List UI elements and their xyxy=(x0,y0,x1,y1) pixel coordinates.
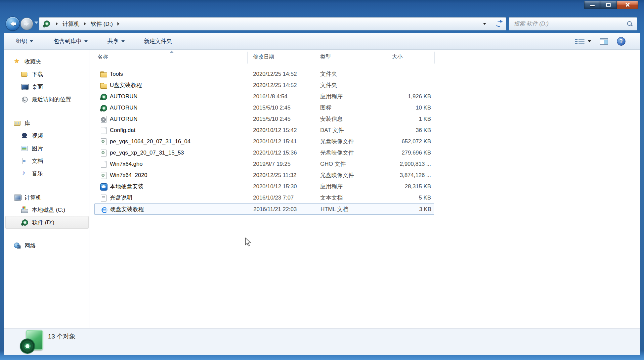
sidebar-item-desktop[interactable]: 桌面 xyxy=(5,80,89,93)
include-in-library-label: 包含到库中 xyxy=(54,37,82,45)
breadcrumb-item-drive-d[interactable]: 软件 (D:) xyxy=(90,19,113,29)
refresh-icon[interactable] xyxy=(495,20,502,27)
file-size: 279,696 KB xyxy=(381,147,431,158)
command-toolbar: 组织 包含到库中 共享 新建文件夹 xyxy=(4,33,640,50)
address-bar[interactable]: 计算机 软件 (D:) xyxy=(39,17,506,30)
column-header-name[interactable]: 名称 xyxy=(98,54,108,61)
sidebar-group-favorites[interactable]: 收藏夹 xyxy=(5,55,89,68)
file-row-disc-readme[interactable]: 光盘说明 2016/10/23 7:07 文本文档 5 KB xyxy=(94,192,434,203)
explorer-window: 计算机 软件 (D:) 组织 包含到库中 共享 新建文件夹 xyxy=(0,0,644,360)
search-icon[interactable] xyxy=(627,21,633,27)
sidebar-item-music[interactable]: 音乐 xyxy=(5,167,89,180)
network-icon xyxy=(14,242,21,249)
column-header-size[interactable]: 大小 xyxy=(392,54,403,61)
file-size: 3,874,126 ... xyxy=(381,170,431,181)
library-icon xyxy=(14,120,21,126)
file-type: 安装信息 xyxy=(320,113,343,125)
sidebar-item-recent-places[interactable]: 最近访问的位置 xyxy=(5,93,89,106)
column-divider[interactable] xyxy=(434,52,435,64)
file-date: 2020/12/25 14:52 xyxy=(253,80,297,91)
search-input[interactable] xyxy=(509,18,637,30)
file-row-pe-yqs-1064[interactable]: pe_yqs_1064_20_07_31_16_04 2020/10/12 15… xyxy=(94,136,434,147)
sidebar-group-libraries[interactable]: 库 xyxy=(5,117,89,129)
sidebar-group-network[interactable]: 网络 xyxy=(5,239,89,252)
sidebar-group-computer[interactable]: 计算机 xyxy=(5,191,89,204)
sidebar-item-drive-c[interactable]: 本地磁盘 (C:) xyxy=(5,203,89,216)
file-date: 2020/10/12 15:41 xyxy=(253,136,297,147)
chevron-down-icon xyxy=(84,40,88,42)
sidebar-group-label: 收藏夹 xyxy=(24,58,41,66)
include-in-library-button[interactable]: 包含到库中 xyxy=(50,36,91,47)
file-row-autorun-exe[interactable]: AUTORUN 2016/1/8 4:54 应用程序 1,926 KB xyxy=(94,91,434,102)
close-button[interactable] xyxy=(617,1,638,9)
file-date: 2020/12/25 14:52 xyxy=(253,68,297,80)
file-date: 2020/10/12 15:30 xyxy=(253,181,297,192)
sidebar-item-documents[interactable]: 文档 xyxy=(5,155,89,167)
help-icon[interactable] xyxy=(617,37,625,46)
new-folder-label: 新建文件夹 xyxy=(144,37,172,45)
back-button[interactable] xyxy=(6,17,20,31)
recent-pages-chevron-icon[interactable] xyxy=(34,22,38,24)
maximize-icon xyxy=(606,3,611,7)
minimize-icon xyxy=(590,5,595,6)
sidebar-item-videos[interactable]: 视频 xyxy=(5,129,89,142)
sidebar-group-label: 网络 xyxy=(24,242,36,249)
setup-info-icon xyxy=(100,116,107,122)
sidebar-item-drive-d[interactable]: 软件 (D:) xyxy=(5,216,89,229)
file-size: 36 KB xyxy=(381,125,431,136)
file-row-tools[interactable]: Tools 2020/12/25 14:52 文件夹 xyxy=(94,68,434,80)
column-header-type[interactable]: 类型 xyxy=(320,54,331,61)
file-date: 2016/10/23 7:07 xyxy=(253,192,294,203)
sidebar-item-label: 文档 xyxy=(32,157,43,165)
disc-image-icon xyxy=(100,138,107,145)
maximize-button[interactable] xyxy=(600,1,617,9)
file-icon xyxy=(100,127,107,134)
new-folder-button[interactable]: 新建文件夹 xyxy=(141,36,175,47)
column-header-date[interactable]: 修改日期 xyxy=(253,54,274,61)
file-row-usb-tutorial[interactable]: U盘安装教程 2020/12/25 14:52 文件夹 xyxy=(94,80,434,91)
file-name: Win7x64.gho xyxy=(110,158,143,170)
video-icon xyxy=(21,132,28,139)
file-row-win7x64-2020[interactable]: Win7x64_2020 2020/12/25 11:32 光盘映像文件 3,8… xyxy=(94,170,434,181)
change-view-button[interactable] xyxy=(575,38,591,44)
file-name: 光盘说明 xyxy=(110,192,132,203)
minimize-button[interactable] xyxy=(584,1,600,9)
file-name: pe_yqs_1064_20_07_31_16_04 xyxy=(110,136,191,147)
sidebar-item-downloads[interactable]: 下载 xyxy=(5,68,89,80)
file-type: DAT 文件 xyxy=(320,125,344,136)
navigation-pane: 收藏夹 下载 桌面 最近访问的位置 库 视频 图片 文档 xyxy=(4,50,90,328)
sidebar-item-label: 音乐 xyxy=(32,170,43,177)
cd-icon xyxy=(100,105,107,111)
file-row-win7x64-gho[interactable]: Win7x64.gho 2019/9/7 19:25 GHO 文件 2,900,… xyxy=(94,158,434,170)
chevron-down-icon xyxy=(121,40,125,42)
file-type: HTML 文档 xyxy=(321,204,348,215)
file-date: 2020/12/25 11:32 xyxy=(253,170,296,181)
sidebar-item-pictures[interactable]: 图片 xyxy=(5,142,89,155)
file-row-autorun-ico[interactable]: AUTORUN 2015/5/10 2:45 图标 10 KB xyxy=(94,102,434,113)
column-divider[interactable] xyxy=(317,52,317,64)
column-divider[interactable] xyxy=(387,52,387,64)
address-dropdown-icon[interactable] xyxy=(483,23,486,25)
computer-icon xyxy=(14,194,21,201)
file-date: 2016/1/8 4:54 xyxy=(253,91,287,102)
column-divider[interactable] xyxy=(247,52,248,64)
file-row-hdd-install-tutorial[interactable]: 硬盘安装教程 2016/11/21 22:03 HTML 文档 3 KB xyxy=(94,203,434,215)
sidebar-group-label: 计算机 xyxy=(24,194,41,202)
share-button[interactable]: 共享 xyxy=(104,36,128,47)
chevron-down-icon xyxy=(588,40,591,42)
drive-d-icon xyxy=(43,20,51,27)
file-row-autorun-inf[interactable]: AUTORUN 2015/5/10 2:45 安装信息 1 KB xyxy=(94,113,434,125)
forward-button[interactable] xyxy=(21,18,33,30)
file-type: 文件夹 xyxy=(320,80,337,91)
file-date: 2020/10/12 15:42 xyxy=(253,125,297,136)
file-row-local-disk-install[interactable]: 本地硬盘安装 2020/10/12 15:30 应用程序 28,315 KB xyxy=(94,181,434,192)
preview-pane-icon[interactable] xyxy=(600,38,608,45)
sidebar-item-label: 图片 xyxy=(32,145,43,152)
file-row-pe-yqs-xp[interactable]: pe_yqs_xp_20_07_31_15_53 2020/10/12 15:3… xyxy=(94,147,434,158)
file-row-config-dat[interactable]: Config.dat 2020/10/12 15:42 DAT 文件 36 KB xyxy=(94,125,434,136)
toolbar-right-icons xyxy=(575,37,625,46)
breadcrumb-separator-icon xyxy=(84,22,86,25)
breadcrumb-item-computer[interactable]: 计算机 xyxy=(62,19,80,29)
chevron-down-icon xyxy=(30,40,33,42)
organize-button[interactable]: 组织 xyxy=(13,36,36,47)
